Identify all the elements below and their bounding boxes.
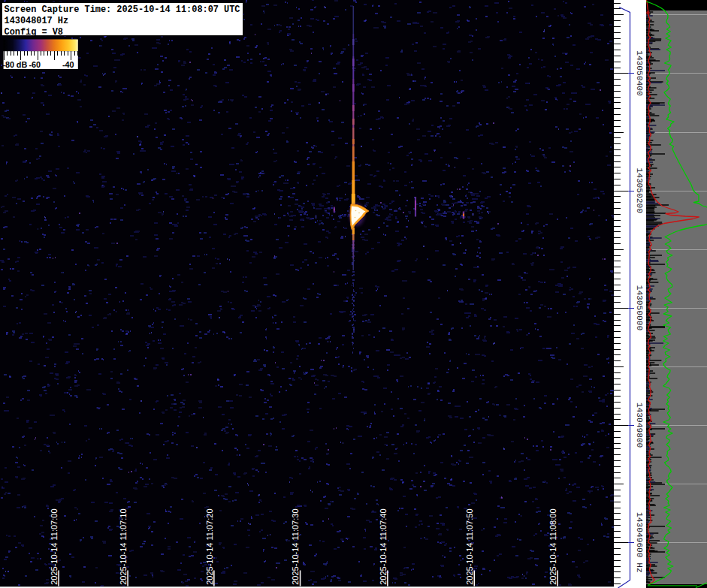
svg-text:143049600 Hz: 143049600 Hz xyxy=(635,512,644,573)
svg-text:143050400: 143050400 xyxy=(635,50,644,96)
svg-text:2025-10-14 11:07:50: 2025-10-14 11:07:50 xyxy=(465,508,474,584)
svg-text:143050000: 143050000 xyxy=(635,285,644,331)
svg-text:Config = V8: Config = V8 xyxy=(5,27,64,38)
svg-text:143050200: 143050200 xyxy=(635,167,644,213)
svg-text:2025-10-14 11:08:00: 2025-10-14 11:08:00 xyxy=(548,508,557,584)
svg-text:143049800: 143049800 xyxy=(635,403,644,448)
svg-text:2025-10-14 11:07:40: 2025-10-14 11:07:40 xyxy=(379,508,388,584)
svg-text:Screen Capture Time: 2025-10-1: Screen Capture Time: 2025-10-14 11:08:07… xyxy=(5,5,240,15)
svg-text:143048017 Hz: 143048017 Hz xyxy=(5,16,69,26)
svg-text:2025-10-14 11:07:30: 2025-10-14 11:07:30 xyxy=(291,508,300,584)
svg-text:-40: -40 xyxy=(62,60,74,69)
svg-text:-80: -80 xyxy=(3,60,15,69)
svg-text:dB: dB xyxy=(17,60,28,69)
svg-text:2025-10-14 11:07:20: 2025-10-14 11:07:20 xyxy=(205,508,214,584)
svg-text:-60: -60 xyxy=(29,60,41,69)
svg-text:2025-10-14 11:07:10: 2025-10-14 11:07:10 xyxy=(119,508,128,584)
svg-text:2025-10-14 11:07:00: 2025-10-14 11:07:00 xyxy=(50,508,59,584)
